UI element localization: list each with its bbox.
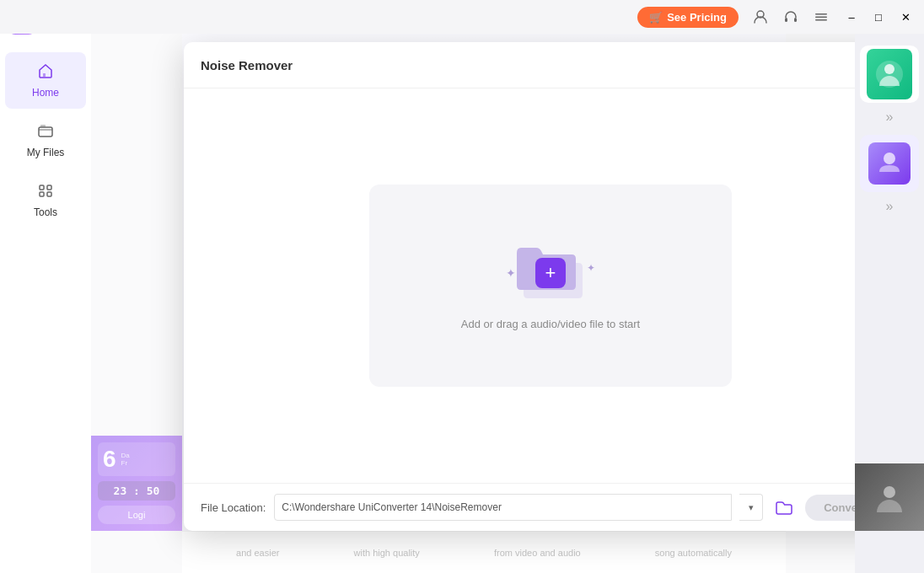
- tools-icon: [37, 182, 54, 203]
- noise-remover-modal: Noise Remover ✕: [184, 42, 855, 531]
- right-panel-card-1: [860, 46, 919, 103]
- sparkle-left-icon: ✦: [506, 266, 516, 280]
- right-panel-green-illus: [867, 49, 912, 99]
- right-panel: » »: [855, 0, 924, 573]
- svg-rect-3: [815, 13, 827, 15]
- convert-all-button[interactable]: Convert All: [805, 495, 855, 521]
- plus-icon: +: [535, 258, 566, 288]
- right-panel-card-2: [860, 135, 919, 192]
- file-location-label: File Location:: [201, 501, 266, 514]
- modal-footer: File Location: ▾ Convert All: [184, 483, 855, 531]
- svg-rect-2: [794, 18, 797, 22]
- sidebar-item-myfiles[interactable]: My Files: [5, 112, 86, 169]
- svg-rect-1: [785, 18, 787, 22]
- svg-rect-5: [815, 19, 827, 21]
- see-pricing-button[interactable]: 🛒 See Pricing: [637, 7, 739, 28]
- myfiles-icon: [37, 122, 54, 143]
- svg-rect-10: [40, 125, 46, 127]
- window-controls: – □ ✕: [840, 5, 917, 29]
- title-bar: 🛒 See Pricing –: [0, 0, 924, 34]
- cart-icon: 🛒: [649, 11, 663, 24]
- svg-point-18: [884, 486, 895, 498]
- user-icon[interactable]: [749, 5, 772, 29]
- sidebar-home-label: Home: [32, 87, 59, 99]
- right-panel-person-illus: [868, 142, 911, 185]
- svg-rect-13: [40, 192, 44, 196]
- right-panel-thumb: [855, 463, 924, 531]
- drop-zone[interactable]: + ✦ ✦ Add or drag a audio/video file to …: [369, 185, 732, 387]
- folder-icon-wrap: + ✦ ✦: [513, 241, 588, 304]
- app-container: U Wondersh... UniCo Home: [0, 0, 924, 573]
- close-button[interactable]: ✕: [894, 5, 917, 29]
- right-panel-thumb-img: [855, 463, 924, 531]
- sidebar: U Wondersh... UniCo Home: [0, 0, 91, 573]
- sparkle-right-icon: ✦: [587, 262, 595, 274]
- headphone-icon[interactable]: [779, 5, 803, 29]
- see-pricing-label: See Pricing: [667, 11, 727, 24]
- drop-zone-text: Add or drag a audio/video file to start: [461, 318, 640, 330]
- right-panel-arrow-2[interactable]: »: [855, 195, 924, 217]
- menu-icon[interactable]: [809, 5, 833, 29]
- svg-rect-12: [47, 185, 51, 190]
- svg-rect-8: [43, 73, 46, 77]
- maximize-button[interactable]: □: [867, 5, 890, 29]
- sidebar-item-tools[interactable]: Tools: [5, 172, 86, 228]
- svg-rect-9: [39, 127, 52, 137]
- svg-rect-14: [47, 192, 51, 196]
- sidebar-item-home[interactable]: Home: [5, 52, 86, 109]
- file-location-dropdown-button[interactable]: ▾: [739, 494, 763, 521]
- file-location-folder-button[interactable]: [771, 495, 797, 520]
- minimize-button[interactable]: –: [840, 5, 863, 29]
- svg-rect-11: [40, 185, 44, 190]
- svg-rect-4: [815, 17, 827, 19]
- svg-point-16: [884, 64, 894, 74]
- sidebar-myfiles-label: My Files: [27, 147, 65, 158]
- file-location-input[interactable]: [274, 494, 732, 521]
- svg-point-17: [884, 153, 895, 164]
- sidebar-tools-label: Tools: [34, 206, 57, 218]
- modal-body: + ✦ ✦ Add or drag a audio/video file to …: [184, 88, 855, 483]
- main-content: and easier with high quality from video …: [91, 0, 855, 573]
- modal-title: Noise Remover: [201, 58, 293, 72]
- right-panel-arrow-1[interactable]: »: [855, 106, 924, 128]
- modal-header: Noise Remover ✕: [184, 42, 855, 88]
- home-icon: [37, 62, 54, 83]
- title-bar-icons: [749, 5, 833, 29]
